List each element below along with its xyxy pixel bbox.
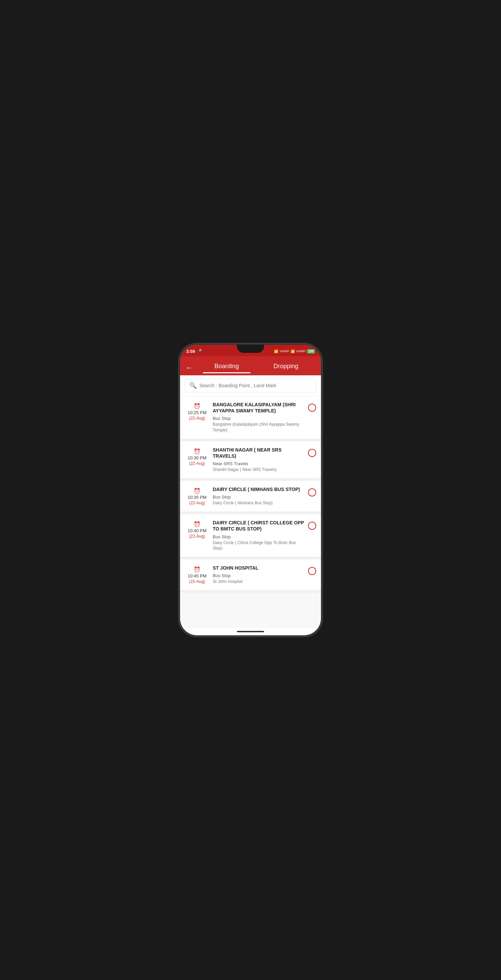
stop-date: (22-Aug) <box>189 579 205 584</box>
stop-date: (22-Aug) <box>189 461 205 466</box>
bottom-bar <box>180 628 321 635</box>
stop-item[interactable]: ⏰ 10:25 PM (22-Aug) BANGALORE KALASIPALY… <box>180 396 321 441</box>
phone-screen: 3:59 🎤 📶 VoWiFi 📶 VoWiFi 100 ← Boarding <box>180 345 321 635</box>
stop-date: (22-Aug) <box>189 416 205 421</box>
stop-time: 10:45 PM <box>188 573 207 579</box>
stop-type: Bus Stop <box>213 573 305 578</box>
stop-item[interactable]: ⏰ 10:35 PM (22-Aug) DAIRY CIRCLE ( NIMHA… <box>180 481 321 514</box>
stop-name: DAIRY CIRCLE ( CHIRST COLLEGE OPP TO BMT… <box>213 520 305 532</box>
stop-date: (22-Aug) <box>189 534 205 539</box>
stop-radio-button[interactable] <box>308 449 316 457</box>
battery-icon: 100 <box>307 349 315 353</box>
signal-label2: VoWiFi <box>296 350 306 353</box>
stop-item[interactable]: ⏰ 10:40 PM (22-Aug) DAIRY CIRCLE ( CHIRS… <box>180 514 321 559</box>
nav-tabs: Boarding Dropping <box>197 363 315 373</box>
status-icons: 📶 VoWiFi 📶 VoWiFi 100 <box>274 349 315 353</box>
status-time: 3:59 🎤 <box>186 349 202 354</box>
stop-radio-button[interactable] <box>308 522 316 530</box>
search-icon: 🔍 <box>189 382 197 389</box>
stop-time-col: ⏰ 10:25 PM (22-Aug) <box>185 401 209 421</box>
stop-info: DAIRY CIRCLE ( NIMHANS BUS STOP) Bus Sto… <box>213 486 305 506</box>
header: ← Boarding Dropping <box>180 356 321 375</box>
clock-icon: ⏰ <box>194 448 200 455</box>
stops-list: ⏰ 10:25 PM (22-Aug) BANGALORE KALASIPALY… <box>180 396 321 628</box>
stop-time-col: ⏰ 10:45 PM (22-Aug) <box>185 565 209 584</box>
stop-item[interactable]: ⏰ 10:45 PM (22-Aug) ST JOHN HOSPITAL Bus… <box>180 559 321 593</box>
clock-icon: ⏰ <box>194 521 200 527</box>
stop-name: ST JOHN HOSPITAL <box>213 565 305 571</box>
stop-time-col: ⏰ 10:40 PM (22-Aug) <box>185 520 209 539</box>
stop-info: BANGALORE KALASIPALYAM (SHRI AYYAPPA SWA… <box>213 401 305 433</box>
phone-frame: 3:59 🎤 📶 VoWiFi 📶 VoWiFi 100 ← Boarding <box>179 344 322 636</box>
stop-time: 10:35 PM <box>188 495 207 500</box>
mic-icon: 🎤 <box>196 349 202 354</box>
search-container: 🔍 <box>180 375 321 396</box>
stop-type: Bus Stop <box>213 495 305 500</box>
stop-address: Dairy Circle ( Chirst College Opp To Bmt… <box>213 540 305 552</box>
stop-address: St John Hospital <box>213 579 305 585</box>
time-label: 3:59 <box>186 349 195 354</box>
stop-type: Bus Stop <box>213 416 305 421</box>
back-button[interactable]: ← <box>186 364 197 372</box>
stop-info: ST JOHN HOSPITAL Bus Stop St John Hospit… <box>213 565 305 585</box>
stop-radio-button[interactable] <box>308 488 316 496</box>
stop-time-col: ⏰ 10:30 PM (22-Aug) <box>185 447 209 466</box>
search-box: 🔍 <box>185 379 316 392</box>
stop-item[interactable]: ⏰ 10:30 PM (22-Aug) SHANTHI NAGAR ( NEAR… <box>180 441 321 481</box>
stop-time: 10:25 PM <box>188 410 207 415</box>
clock-icon: ⏰ <box>194 403 200 409</box>
stop-type: Bus Stop <box>213 534 305 539</box>
home-indicator <box>237 631 264 632</box>
stop-name: BANGALORE KALASIPALYAM (SHRI AYYAPPA SWA… <box>213 401 305 414</box>
stop-radio-button[interactable] <box>308 567 316 575</box>
stop-time: 10:40 PM <box>188 528 207 533</box>
stop-name: SHANTHI NAGAR ( NEAR SRS TRAVELS) <box>213 447 305 459</box>
signal-label: VoWiFi <box>280 350 289 353</box>
stop-date: (22-Aug) <box>189 501 205 505</box>
battery-label: 100 <box>308 350 314 353</box>
stop-type: Near SRS Travels <box>213 461 305 466</box>
notch <box>237 345 264 353</box>
stop-name: DAIRY CIRCLE ( NIMHANS BUS STOP) <box>213 486 305 492</box>
stop-radio-button[interactable] <box>308 404 316 412</box>
tab-boarding[interactable]: Boarding <box>197 363 256 373</box>
tab-dropping[interactable]: Dropping <box>256 363 315 373</box>
clock-icon: ⏰ <box>194 566 200 573</box>
signal-bars: 📶 <box>291 350 295 353</box>
stop-address: Shanthi Nagar ( Near SRS Travels) <box>213 467 305 473</box>
stop-time-col: ⏰ 10:35 PM (22-Aug) <box>185 486 209 505</box>
stop-address: Bangalore (Kalasipalyam (Shri Ayyappa Sw… <box>213 422 305 433</box>
stop-info: SHANTHI NAGAR ( NEAR SRS TRAVELS) Near S… <box>213 447 305 473</box>
stop-address: Dairy Circle ( Nimhans Bus Stop) <box>213 500 305 506</box>
search-input[interactable] <box>199 383 312 388</box>
wifi-icon: 📶 <box>274 350 278 353</box>
stop-info: DAIRY CIRCLE ( CHIRST COLLEGE OPP TO BMT… <box>213 520 305 551</box>
stop-time: 10:30 PM <box>188 455 207 460</box>
clock-icon: ⏰ <box>194 488 200 494</box>
